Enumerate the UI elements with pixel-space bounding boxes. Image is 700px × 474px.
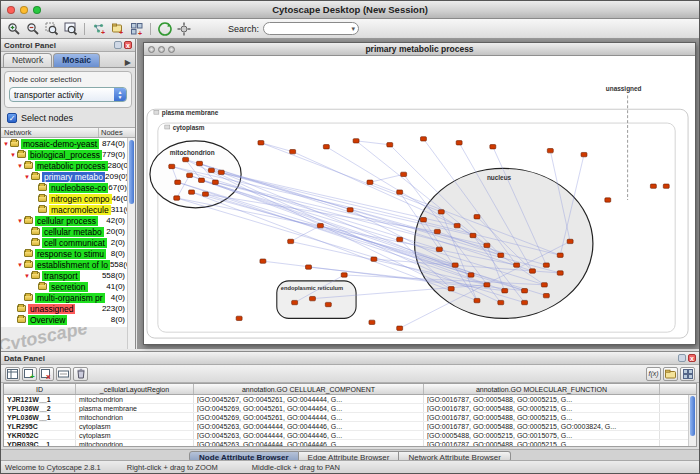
tree-row[interactable]: multi-organism pr4(0) bbox=[1, 292, 135, 303]
graph-node[interactable] bbox=[530, 269, 536, 273]
zoom-in-icon[interactable] bbox=[5, 20, 22, 37]
tree-column-network[interactable]: Network bbox=[1, 128, 99, 137]
table-row[interactable]: YDR039C__1mitochondrion[GO:0045263, GO:0… bbox=[4, 440, 696, 447]
delete-attribute-icon[interactable]: x bbox=[39, 367, 54, 381]
graph-node[interactable] bbox=[401, 172, 407, 176]
network-canvas[interactable]: plasma membrane cytoplasm mitochondrion … bbox=[144, 56, 695, 344]
graph-node[interactable] bbox=[522, 300, 528, 304]
tree-row[interactable]: ▼cellular process42(0) bbox=[1, 215, 135, 226]
create-network-icon[interactable]: + bbox=[90, 20, 107, 37]
tree-row[interactable]: ▼biological_process779(0) bbox=[1, 149, 135, 160]
graph-node[interactable] bbox=[174, 196, 180, 200]
graph-node[interactable] bbox=[202, 192, 208, 196]
graph-node[interactable] bbox=[367, 180, 373, 184]
graph-node[interactable] bbox=[454, 223, 460, 227]
graph-node[interactable] bbox=[189, 190, 195, 194]
tree-expander-icon[interactable]: ▼ bbox=[17, 163, 24, 169]
graph-node[interactable] bbox=[218, 170, 224, 174]
close-panel-icon[interactable]: x bbox=[124, 41, 132, 49]
column-header[interactable]: ID bbox=[4, 384, 76, 394]
graph-node[interactable] bbox=[522, 289, 528, 293]
tree-row[interactable]: ▼primary metabo209(0) bbox=[1, 171, 135, 182]
graph-node[interactable] bbox=[438, 210, 444, 214]
table-row[interactable]: YKR052Ccytoplasm[GO:0045263, GO:0044444,… bbox=[4, 431, 696, 440]
graph-node[interactable] bbox=[436, 247, 442, 251]
tree-expander-icon[interactable]: ▼ bbox=[24, 273, 31, 279]
close-data-panel-icon[interactable]: x bbox=[688, 354, 696, 362]
search-input[interactable] bbox=[267, 23, 351, 35]
select-attributes-icon[interactable] bbox=[5, 367, 20, 381]
graph-node[interactable] bbox=[605, 198, 611, 202]
tree-row[interactable]: response to stimu8(0) bbox=[1, 248, 135, 259]
table-row[interactable]: YJR121W__1mitochondrion[GO:0045267, GO:0… bbox=[4, 395, 696, 404]
tree-expander-icon[interactable]: ▼ bbox=[17, 218, 24, 224]
tab-scroll-arrow-icon[interactable]: ▶ bbox=[123, 58, 133, 67]
graph-node[interactable] bbox=[212, 180, 218, 184]
table-scrollbar[interactable] bbox=[688, 395, 696, 446]
graph-node[interactable] bbox=[387, 143, 393, 147]
graph-node[interactable] bbox=[347, 208, 353, 212]
graph-node[interactable] bbox=[557, 253, 563, 257]
graph-node[interactable] bbox=[541, 283, 547, 287]
graph-node[interactable] bbox=[498, 253, 504, 257]
plugin-manager-icon[interactable] bbox=[175, 20, 192, 37]
graph-node[interactable] bbox=[650, 184, 656, 188]
graph-node[interactable] bbox=[169, 164, 175, 168]
graph-node[interactable] bbox=[260, 259, 266, 263]
graph-node[interactable] bbox=[397, 190, 403, 194]
graph-node[interactable] bbox=[498, 300, 504, 304]
graph-node[interactable] bbox=[547, 149, 553, 153]
graph-node[interactable] bbox=[309, 296, 315, 300]
tree-expander-icon[interactable]: ▼ bbox=[17, 262, 24, 268]
graph-node[interactable] bbox=[371, 257, 377, 261]
tree-row[interactable]: secretion41(0) bbox=[1, 281, 135, 292]
graph-node[interactable] bbox=[452, 263, 458, 267]
search-dropdown-arrow[interactable]: ▾ bbox=[352, 25, 356, 33]
graph-node[interactable] bbox=[543, 294, 549, 298]
tree-row[interactable]: ▼transport558(0) bbox=[1, 270, 135, 281]
graph-node[interactable] bbox=[468, 273, 474, 277]
float-data-panel-icon[interactable] bbox=[678, 354, 686, 362]
zoom-selected-icon[interactable] bbox=[43, 20, 60, 37]
graph-node[interactable] bbox=[325, 302, 331, 306]
graph-node[interactable] bbox=[557, 271, 563, 275]
new-attribute-icon[interactable]: + bbox=[22, 367, 37, 381]
tree-row[interactable]: ▼mosaic-demo-yeast874(0) bbox=[1, 138, 135, 149]
graph-node[interactable] bbox=[581, 152, 587, 156]
graph-node[interactable] bbox=[490, 145, 496, 149]
column-header[interactable]: annotation.GO MOLECULAR_FUNCTION bbox=[424, 384, 660, 394]
tree-expander-icon[interactable]: ▼ bbox=[3, 141, 10, 147]
graph-node[interactable] bbox=[474, 298, 480, 302]
graph-node[interactable] bbox=[208, 168, 214, 172]
tab-network[interactable]: Network bbox=[3, 53, 52, 67]
tree-row[interactable]: nucleobase-co67(0) bbox=[1, 182, 135, 193]
column-header[interactable]: _cellularLayoutRegion bbox=[76, 384, 194, 394]
tree-row[interactable]: ▼establishment of lo558(0) bbox=[1, 259, 135, 270]
select-nodes-checkbox[interactable]: ✓ bbox=[7, 113, 17, 123]
attribute-matrix-icon[interactable] bbox=[680, 367, 695, 381]
tree-scrollbar[interactable] bbox=[127, 138, 135, 349]
graph-node[interactable] bbox=[199, 178, 205, 182]
graph-node[interactable] bbox=[420, 137, 426, 141]
graph-node[interactable] bbox=[502, 289, 508, 293]
graph-node[interactable] bbox=[484, 243, 490, 247]
graph-node[interactable] bbox=[258, 141, 264, 145]
network-manager-icon[interactable]: + bbox=[128, 20, 145, 37]
table-row[interactable]: YLR295Ccytoplasm[GO:0045263, GO:0044444,… bbox=[4, 422, 696, 431]
graph-node[interactable] bbox=[183, 157, 189, 161]
tree-row[interactable]: nitrogen compo46(0) bbox=[1, 193, 135, 204]
graph-node[interactable] bbox=[663, 184, 669, 188]
trash-icon[interactable] bbox=[73, 367, 88, 381]
zoom-fit-icon[interactable] bbox=[62, 20, 79, 37]
float-panel-icon[interactable] bbox=[114, 41, 122, 49]
tree-row[interactable]: cell communicat2(0) bbox=[1, 237, 135, 248]
graph-node[interactable] bbox=[456, 141, 462, 145]
tree-scrollbar-thumb[interactable] bbox=[129, 140, 134, 204]
tree-column-nodes[interactable]: Nodes bbox=[99, 128, 135, 137]
graph-node[interactable] bbox=[543, 263, 549, 267]
import-attributes-icon[interactable] bbox=[663, 367, 678, 381]
function-builder-icon[interactable]: f(x) bbox=[646, 367, 661, 381]
tree-row[interactable]: macromolecule311(0) bbox=[1, 204, 135, 215]
graph-node[interactable] bbox=[353, 139, 359, 143]
graph-node[interactable] bbox=[317, 223, 323, 227]
